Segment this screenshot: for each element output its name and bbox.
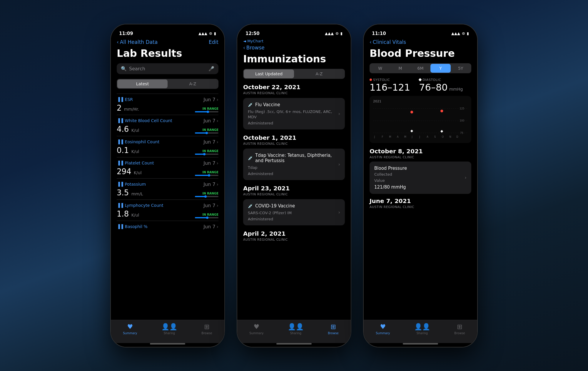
lab-bar-icon-potassium: ▐▐ (117, 182, 123, 187)
svg-text:75: 75 (460, 131, 463, 134)
range-bar-eos (195, 154, 218, 155)
lab-unit-wbc: K/ul (131, 128, 139, 133)
tab-browse-2[interactable]: ⊞ Browse (328, 323, 338, 335)
lab-bar-icon-esr: ▐▐ (117, 97, 123, 102)
svg-text:A: A (397, 135, 399, 138)
svg-text:J: J (412, 135, 412, 138)
bp-systolic-block: SYSTOLIC 116–121 (370, 78, 410, 93)
range-badge-wbc: IN RANGE (203, 128, 218, 132)
mychart-back-button[interactable]: ◄ MyChart (243, 39, 263, 43)
nav-bar-2: ‹ Browse (237, 44, 351, 53)
seg-w[interactable]: W (370, 64, 390, 73)
segment-az[interactable]: A-Z (168, 79, 218, 88)
bp-diastolic-block: DIASTOLIC 76–80 mmHg (419, 78, 463, 93)
battery-1: ▮ (214, 31, 216, 36)
lab-unit-potassium: mm/L (131, 192, 143, 196)
svg-text:O: O (442, 135, 444, 138)
time-2: 12:50 (245, 29, 260, 36)
range-badge-esr: IN RANGE (203, 107, 218, 110)
lab-name-basophil: Basophil % (125, 224, 148, 229)
lab-date-lymphocyte: Jun 7 (203, 203, 215, 208)
segment-az-2[interactable]: A-Z (294, 69, 344, 78)
heart-icon-3: ♥ (380, 323, 386, 330)
imm-clinic-oct22: AUSTIN REGIONAL CLINIC (243, 91, 345, 95)
imm-clinic-oct1: AUSTIN REGIONAL CLINIC (243, 142, 345, 146)
range-bar-platelet (195, 175, 218, 176)
segment-last-updated[interactable]: Last Updated (244, 69, 294, 78)
tab-sharing-3[interactable]: 👤👤 Sharing (414, 323, 430, 335)
tab-label-sharing-3: Sharing (417, 332, 428, 335)
tab-browse-3[interactable]: ⊞ Browse (454, 323, 465, 335)
lab-item-lymphocyte[interactable]: ▐▐ Lymphocyte Count Jun 7 › 1.8 K/ul IN … (117, 199, 218, 221)
lab-item-eos[interactable]: ▐▐ Eosinophil Count Jun 7 › 0.1 K/ul IN … (117, 136, 218, 157)
nav-bar-3: ‹ Clinical Vitals (364, 38, 477, 47)
imm-group-oct22: October 22, 2021 AUSTIN REGIONAL CLINIC … (243, 84, 345, 129)
tab-label-browse-1: Browse (201, 332, 212, 335)
lab-value-esr: 2 (117, 104, 124, 112)
browse-icon-3: ⊞ (457, 323, 462, 330)
bp-entry-value-label-oct8: Value (374, 178, 407, 183)
seg-m[interactable]: M (390, 64, 410, 73)
imm-card-covid[interactable]: 💉 COVID-19 Vaccine SARS-COV-2 (Pfizer) I… (243, 199, 345, 225)
lab-item-platelet[interactable]: ▐▐ Platelet Count Jun 7 › 294 K/ul IN RA… (117, 157, 218, 178)
chevron-right-platelet: › (217, 160, 218, 166)
lab-item-wbc[interactable]: ▐▐ White Blood Cell Count Jun 7 › 4.6 K/… (117, 115, 218, 136)
imm-card-tdap[interactable]: 💉 Tdap Vaccine: Tetanus, Diphtheria, and… (243, 149, 345, 180)
lab-date-basophil: Jun 7 (203, 224, 215, 229)
sharing-icon-1: 👤👤 (161, 323, 177, 330)
tab-sharing-2[interactable]: 👤👤 Sharing (288, 323, 304, 335)
range-badge-lymphocyte: IN RANGE (203, 213, 218, 216)
back-button-3[interactable]: ‹ Clinical Vitals (370, 39, 406, 45)
lab-name-platelet: Platelet Count (125, 161, 154, 165)
tab-bar-3: ♥ Summary 👤👤 Sharing ⊞ Browse (364, 320, 477, 343)
chevron-right-lymphocyte: › (217, 203, 218, 208)
tab-summary-3[interactable]: ♥ Summary (376, 323, 390, 335)
bp-chart-svg: 125 100 75 J F M A M J J A S O N D (373, 104, 468, 140)
imm-date-oct1: October 1, 2021 (243, 134, 345, 141)
chevron-right-wbc: › (217, 118, 218, 124)
lab-name-lymphocyte: Lymphocyte Count (125, 203, 163, 208)
segment-latest[interactable]: Latest (117, 79, 168, 88)
bp-entry-card-oct8[interactable]: Blood Pressure Collected Value 121/80 mm… (370, 162, 471, 194)
search-bar-1[interactable]: 🔍 Search 🎤 (117, 63, 218, 74)
home-indicator-3 (403, 343, 438, 345)
tab-label-summary-1: Summary (123, 332, 137, 335)
seg-6m[interactable]: 6M (410, 64, 430, 73)
seg-5y[interactable]: 5Y (451, 64, 471, 73)
lab-date-wbc: Jun 7 (203, 118, 215, 124)
lab-name-esr: ESR (125, 97, 133, 102)
lab-item-potassium[interactable]: ▐▐ Potassium Jun 7 › 3.5 mm/L IN RANGE (117, 178, 218, 199)
tab-sharing-1[interactable]: 👤👤 Sharing (161, 323, 177, 335)
tab-label-summary-2: Summary (249, 332, 263, 335)
imm-title-covid: COVID-19 Vaccine (255, 203, 295, 209)
imm-desc-flu: Flu (Reg) .5cc, QIV, 6+ mos, FLUZONE, AR… (248, 109, 338, 120)
mic-icon-1: 🎤 (208, 66, 214, 71)
back-button-2[interactable]: ‹ Browse (243, 45, 265, 51)
imm-clinic-apr23: AUSTIN REGIONAL CLINIC (243, 192, 345, 196)
wifi-2: ⊙ (335, 31, 339, 36)
tab-summary-1[interactable]: ♥ Summary (123, 323, 137, 335)
lab-name-eos: Eosinophil Count (125, 139, 160, 144)
chevron-right-covid: › (338, 209, 340, 215)
back-button-1[interactable]: ‹ All Health Data (117, 39, 158, 45)
search-icon-1: 🔍 (121, 66, 127, 71)
imm-card-flu[interactable]: 💉 Flu Vaccine Flu (Reg) .5cc, QIV, 6+ mo… (243, 98, 345, 129)
tab-browse-1[interactable]: ⊞ Browse (201, 323, 212, 335)
imm-date-apr23: April 23, 2021 (243, 185, 345, 192)
nav-bar-1: ‹ All Health Data Edit (111, 38, 224, 47)
imm-group-apr2: April 2, 2021 AUSTIN REGIONAL CLINIC (243, 230, 345, 242)
lab-item-esr[interactable]: ▐▐ ESR Jun 7 › 2 mm/Hr. IN RANGE (117, 94, 218, 115)
range-bar-wbc (195, 132, 218, 134)
segment-control-1: Latest A-Z (117, 79, 218, 89)
svg-text:A: A (427, 135, 428, 138)
chevron-right-bp-oct8: › (465, 175, 467, 180)
svg-text:M: M (389, 135, 391, 138)
back-label-2: Browse (246, 45, 265, 51)
lab-item-basophil[interactable]: ▐▐ Basophil % Jun 7 › (117, 221, 218, 233)
phone-blood-pressure: 11:10 ▲▲▲ ⊙ ▮ ‹ Clinical Vitals Blood Pr… (363, 24, 478, 347)
seg-y[interactable]: Y (430, 64, 450, 73)
bp-entry-value-oct8: 121/80 mmHg (374, 184, 407, 190)
edit-button-1[interactable]: Edit (209, 39, 218, 45)
imm-title-flu: Flu Vaccine (255, 102, 280, 107)
tab-summary-2[interactable]: ♥ Summary (249, 323, 263, 335)
